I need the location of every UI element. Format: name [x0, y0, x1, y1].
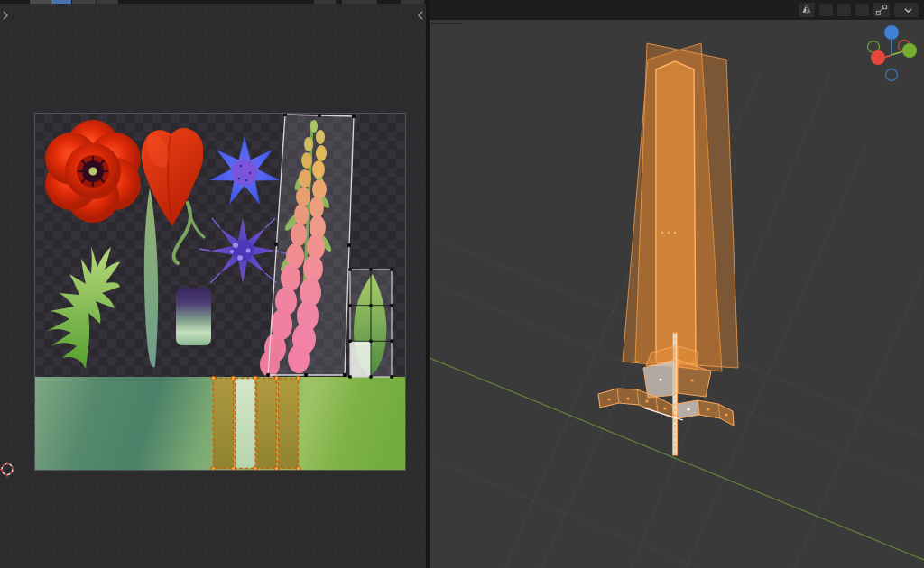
tool-shelf — [431, 23, 462, 24]
blue-flower-art — [209, 136, 280, 205]
flower-texture-art — [35, 114, 405, 470]
blade-leaf-art — [144, 188, 158, 367]
select-mode-group — [435, 9, 437, 11]
blender-window — [0, 0, 924, 568]
gizmo-axis-neg-z — [886, 69, 898, 81]
gradient-swatch-art — [176, 288, 211, 345]
3d-viewport[interactable] — [430, 0, 924, 568]
uv-editor-header-sliver — [0, 0, 426, 4]
snap-icon[interactable] — [873, 3, 890, 17]
gizmo-axis-z — [884, 25, 899, 40]
collapse-panel-icon[interactable] — [415, 9, 426, 22]
gizmo-axis-x — [871, 50, 885, 65]
chevron-down-icon — [904, 7, 912, 14]
mirror-y-button[interactable] — [837, 4, 851, 16]
2d-cursor[interactable] — [0, 462, 15, 477]
foxglove-mesh-selected — [598, 43, 738, 455]
options-dropdown[interactable] — [894, 3, 919, 17]
viewport-header — [430, 0, 924, 20]
mirror-z-button[interactable] — [855, 4, 869, 16]
expand-sidebar-icon[interactable] — [0, 9, 11, 22]
viewport-canvas[interactable] — [430, 20, 924, 568]
texture-image-canvas[interactable] — [34, 113, 406, 471]
poppy-flower-top-art — [45, 120, 141, 223]
fern-leaf-art — [47, 246, 120, 369]
mirror-icon[interactable] — [799, 3, 815, 17]
gizmo-axis-y — [902, 43, 917, 58]
uv-image-editor[interactable] — [0, 0, 426, 568]
mirror-x-button[interactable] — [819, 4, 833, 16]
navigation-gizmo[interactable] — [859, 23, 924, 87]
